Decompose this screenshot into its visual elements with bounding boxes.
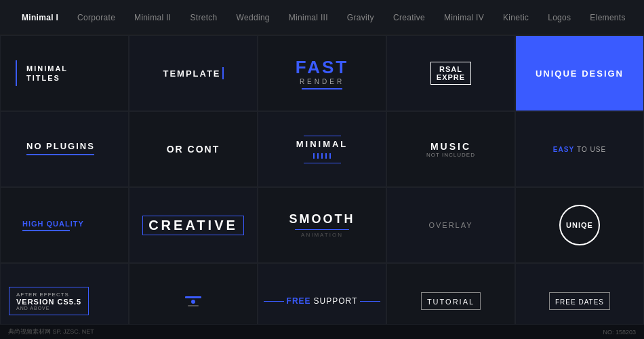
icon-widget	[185, 296, 201, 306]
nav-tabs: Minimal I Corporate Minimal II Stretch W…	[0, 0, 644, 35]
cell-r3c2[interactable]: CREATIVE	[129, 187, 258, 263]
tutorial-text: TUTORIAL	[427, 298, 475, 306]
icon-bar1	[185, 296, 201, 298]
cell-r2c4[interactable]: MUSIC NOT INCLUDED	[386, 111, 515, 187]
icon-dot	[191, 300, 195, 304]
fast-text: FAST	[296, 57, 348, 78]
nav-item-stretch[interactable]: Stretch	[180, 0, 226, 35]
nav-item-minimal4[interactable]: Minimal IV	[435, 0, 494, 35]
nav-item-minimal2[interactable]: Minimal II	[125, 0, 180, 35]
music-content: MUSIC NOT INCLUDED	[387, 112, 515, 186]
animation-text: ANIMATION	[301, 232, 343, 238]
ae-version-box: AFTER EFFECTS VERSION CS5.5 AND ABOVE	[9, 287, 89, 315]
bottom-left-text: 典尚视频素材网 SP. JZSC. NET	[8, 327, 94, 336]
cell-r1c5[interactable]: UNIQUE DESIGN	[515, 35, 644, 111]
preview-grid: MINIMAL TITLES TEMPLATE FAST RENDER RSAL…	[0, 35, 644, 339]
unique-design-text: UNIQUE DESIGN	[536, 68, 624, 79]
minimal-center-text: MINIMAL	[296, 139, 348, 149]
cell-r2c5[interactable]: EASY TO USE	[515, 111, 644, 187]
no-plugins-text: NO PLUGINS	[26, 141, 95, 151]
fast-render-content: FAST RENDER	[258, 36, 386, 111]
to-use-text: TO USE	[577, 146, 606, 153]
bottom-right-text: NO: 158203	[603, 329, 636, 336]
not-included-text: NOT INCLUDED	[426, 152, 475, 158]
cell-r3c1[interactable]: HIGH QUALITY	[0, 187, 129, 263]
creative-text: CREATIVE	[142, 216, 244, 235]
uniqe-text: UNIQE	[566, 221, 593, 229]
nav-item-wedding[interactable]: Wedding	[227, 0, 279, 35]
cell-r1c4[interactable]: RSAL EXPRE	[386, 35, 515, 111]
hq-text: HIGH QUALITY	[22, 220, 84, 228]
cell-r2c1[interactable]: NO PLUGINS	[0, 111, 129, 187]
minimal-bars-content: MINIMAL	[258, 112, 386, 186]
or-cont-content: OR CONT	[129, 112, 257, 186]
no-plugins-content: NO PLUGINS	[14, 112, 128, 186]
nav-item-logos[interactable]: Logos	[538, 0, 580, 35]
ae-version: VERSION CS5.5	[16, 298, 81, 306]
cell-r2c3[interactable]: MINIMAL	[258, 111, 386, 187]
easy-content: EASY TO USE	[516, 112, 643, 186]
unique-design-content: UNIQUE DESIGN	[516, 36, 643, 111]
uniqe-content: UNIQE	[516, 188, 643, 262]
smooth-text: SMOOTH	[289, 212, 355, 226]
ae-label: AFTER EFFECTS	[16, 292, 69, 298]
nav-item-elements[interactable]: Elements	[580, 0, 635, 35]
overlay-content: OVERLAY	[387, 188, 515, 262]
cell-r1c3[interactable]: FAST RENDER	[258, 35, 386, 111]
top-bar	[304, 136, 341, 136]
no-plugins-line	[26, 154, 94, 155]
icon-bar2	[188, 305, 199, 306]
cell-r1c2[interactable]: TEMPLATE	[129, 35, 258, 111]
creative-content: CREATIVE	[129, 188, 257, 262]
bot-bar	[304, 163, 341, 163]
nav-item-minimal1[interactable]: Minimal I	[12, 0, 68, 35]
nav-item-gravity[interactable]: Gravity	[338, 0, 384, 35]
cell-r3c4[interactable]: OVERLAY	[386, 187, 515, 263]
smooth-line	[295, 229, 349, 230]
left-line	[264, 301, 284, 302]
right-line	[360, 301, 380, 302]
partial-box: RSAL EXPRE	[430, 62, 471, 85]
minimal-titles-text: MINIMAL TITLES	[26, 64, 68, 83]
free-dates-text: FREE DATES	[555, 298, 604, 306]
nav-item-minimal3[interactable]: Minimal III	[279, 0, 338, 35]
cursor-bar	[222, 67, 224, 79]
fast-underline	[302, 88, 342, 89]
nav-item-kinetic[interactable]: Kinetic	[494, 0, 538, 35]
cell-r1c1[interactable]: MINIMAL TITLES	[0, 35, 129, 111]
free-text: FREE	[287, 296, 311, 306]
bottom-bar: 典尚视频素材网 SP. JZSC. NET NO: 158203	[0, 324, 644, 339]
easy-text: EASY	[553, 146, 574, 153]
easy-row: EASY TO USE	[553, 146, 606, 153]
partial-content: RSAL EXPRE	[387, 36, 515, 111]
nav-item-corporate[interactable]: Corporate	[68, 0, 125, 35]
cell-r3c5[interactable]: UNIQE	[515, 187, 644, 263]
tutorial-box: TUTORIAL	[421, 292, 481, 310]
support-text: SUPPORT	[314, 296, 358, 306]
nav-item-creative[interactable]: Creative	[384, 0, 435, 35]
hq-content: HIGH QUALITY	[12, 188, 128, 262]
smooth-content: SMOOTH ANIMATION	[258, 188, 386, 262]
render-text: RENDER	[300, 78, 344, 85]
vertical-line	[16, 60, 17, 86]
free-dates-box: FREE DATES	[549, 292, 610, 310]
nav-bar: Minimal I Corporate Minimal II Stretch W…	[0, 0, 644, 35]
cell-r2c2[interactable]: OR CONT	[129, 111, 258, 187]
or-cont-text: OR CONT	[167, 144, 220, 155]
hq-line	[22, 230, 70, 231]
ae-sub: AND ABOVE	[16, 306, 49, 311]
cell-r3c3[interactable]: SMOOTH ANIMATION	[258, 187, 386, 263]
overlay-text: OVERLAY	[428, 221, 472, 229]
template-content: TEMPLATE	[129, 36, 257, 111]
tick-marks	[313, 153, 331, 159]
uniqe-circle: UNIQE	[559, 205, 600, 245]
music-text: MUSIC	[430, 141, 471, 152]
